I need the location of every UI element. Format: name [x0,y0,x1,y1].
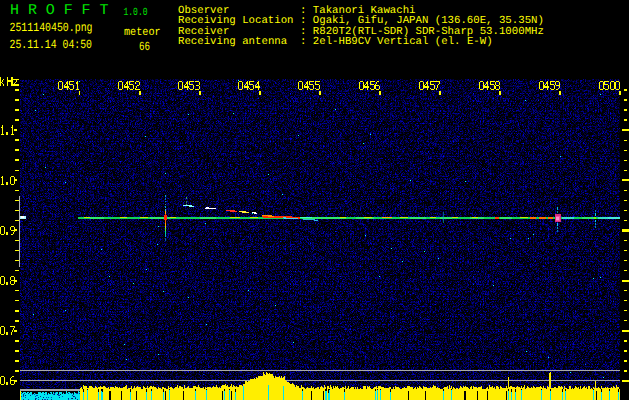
svg-text:meteor: meteor [124,26,161,39]
svg-text:66: 66 [139,40,150,54]
svg-text:25.11.14 04:50: 25.11.14 04:50 [10,38,93,52]
svg-text:1.0.0: 1.0.0 [124,7,148,19]
svg-text:2511140450.png: 2511140450.png [10,21,93,35]
svg-text:HROFFT: HROFFT [10,2,117,19]
svg-text:Receiving antenna : 2el-HB9CV: Receiving antenna : 2el-HB9CV Vertical (… [178,36,493,48]
